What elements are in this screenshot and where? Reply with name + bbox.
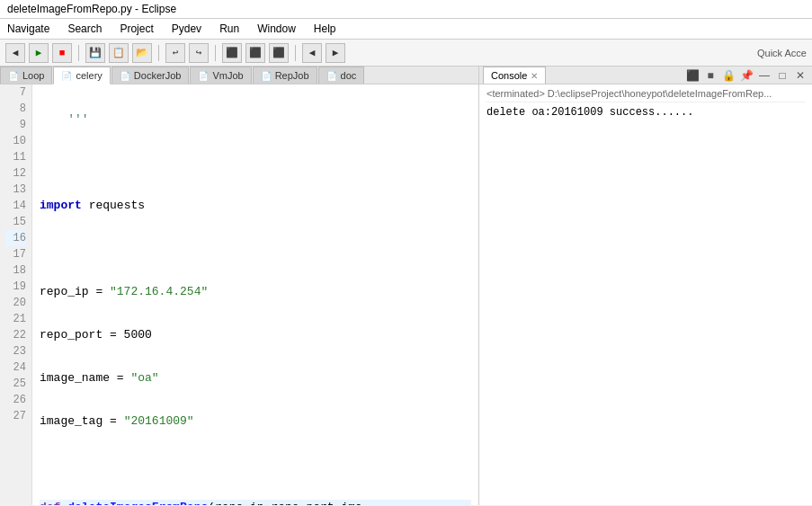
console-tab-label: Console xyxy=(491,70,527,81)
console-close-icon[interactable]: ✕ xyxy=(531,71,538,81)
tab-doc[interactable]: 📄 doc xyxy=(318,67,365,84)
toolbar-sep2 xyxy=(158,45,159,61)
tab-loop-icon: 📄 xyxy=(8,71,19,81)
ln-22: 22 xyxy=(5,327,26,343)
title-bar: deleteImageFromRepo.py - Eclipse xyxy=(0,0,812,19)
console-pin-btn[interactable]: 📌 xyxy=(738,67,754,84)
menu-search[interactable]: Search xyxy=(64,21,105,37)
toolbar-sep4 xyxy=(295,45,296,61)
toolbar-btn7[interactable]: ⬛ xyxy=(245,43,265,63)
ln-25: 25 xyxy=(5,376,26,392)
toolbar-run-btn[interactable]: ▶ xyxy=(29,43,49,63)
tab-vmjob-icon: 📄 xyxy=(198,71,209,81)
tab-repjob-label: RepJob xyxy=(275,70,309,81)
quick-access-label[interactable]: Quick Acce xyxy=(757,48,807,58)
menu-window[interactable]: Window xyxy=(254,21,299,37)
ln-7: 7 xyxy=(5,84,26,101)
code-line-16: def deleteImagesFromRepo(repo_ip,repo_po… xyxy=(40,500,471,505)
ln-18: 18 xyxy=(5,262,26,279)
toolbar-btn9[interactable]: ◀ xyxy=(302,43,322,63)
console-scroll-lock-btn[interactable]: 🔒 xyxy=(720,67,736,84)
editor-tab-bar: 📄 Loop 📄 celery 📄 DockerJob 📄 VmJob 📄 Re… xyxy=(0,67,478,84)
console-close-btn2[interactable]: ✕ xyxy=(792,67,808,84)
console-stop-btn[interactable]: ■ xyxy=(702,67,718,84)
code-area[interactable]: 7 8 9 10 11 12 13 14 15 16 17 18 19 20 2… xyxy=(0,84,478,505)
toolbar-stop-btn[interactable]: ■ xyxy=(52,43,72,63)
code-line-9: import requests xyxy=(40,198,471,214)
tab-dockerjob-icon: 📄 xyxy=(120,71,130,81)
toolbar-btn3[interactable]: 📂 xyxy=(132,43,152,63)
toolbar-btn2[interactable]: 📋 xyxy=(109,43,129,63)
menu-run[interactable]: Run xyxy=(216,21,243,37)
ln-11: 11 xyxy=(5,149,26,165)
toolbar-save-btn[interactable]: 💾 xyxy=(85,43,105,63)
toolbar-btn8[interactable]: ⬛ xyxy=(269,43,289,63)
code-line-11: repo_ip = "172.16.4.254" xyxy=(40,284,471,300)
toolbar-sep3 xyxy=(215,45,216,61)
ln-12: 12 xyxy=(5,165,26,182)
code-line-13: image_name = "oa" xyxy=(40,370,471,386)
console-tab-bar: Console ✕ ⬛ ■ 🔒 📌 — □ ✕ xyxy=(479,67,812,84)
ln-17: 17 xyxy=(5,246,26,262)
tab-vmjob-label: VmJob xyxy=(212,70,243,81)
console-output: delete oa:20161009 success...... xyxy=(486,106,805,119)
toolbar-sep1 xyxy=(78,45,79,61)
tab-celery[interactable]: 📄 celery xyxy=(53,67,110,84)
code-line-7: ''' xyxy=(40,111,471,128)
console-pane: Console ✕ ⬛ ■ 🔒 📌 — □ ✕ <terminated> D:\… xyxy=(479,67,812,505)
editor-pane: 📄 Loop 📄 celery 📄 DockerJob 📄 VmJob 📄 Re… xyxy=(0,67,479,505)
code-line-8 xyxy=(40,155,471,171)
tab-loop-label: Loop xyxy=(22,70,44,81)
code-line-14: image_tag = "20161009" xyxy=(40,413,471,430)
tab-celery-icon: 📄 xyxy=(61,71,72,81)
toolbar-btn10[interactable]: ▶ xyxy=(326,43,345,63)
tab-repjob-icon: 📄 xyxy=(261,71,272,81)
code-line-10 xyxy=(40,241,471,257)
console-minimize-btn[interactable]: — xyxy=(756,67,772,84)
ln-27: 27 xyxy=(5,408,26,424)
console-content: <terminated> D:\eclipseProject\honeypot\… xyxy=(479,84,812,505)
menu-bar: Navigate Search Project Pydev Run Window… xyxy=(0,19,812,40)
ln-9: 9 xyxy=(5,117,26,133)
tab-dockerjob[interactable]: 📄 DockerJob xyxy=(112,67,190,84)
ln-13: 13 xyxy=(5,182,26,198)
ln-26: 26 xyxy=(5,392,26,408)
ln-14: 14 xyxy=(5,198,26,214)
console-tab[interactable]: Console ✕ xyxy=(483,67,546,84)
console-path: <terminated> D:\eclipseProject\honeypot\… xyxy=(486,88,805,102)
ln-24: 24 xyxy=(5,360,26,376)
ln-21: 21 xyxy=(5,311,26,327)
ln-19: 19 xyxy=(5,279,26,295)
tab-dockerjob-label: DockerJob xyxy=(134,70,182,81)
ln-23: 23 xyxy=(5,343,26,360)
menu-navigate[interactable]: Navigate xyxy=(4,21,53,37)
toolbar-btn6[interactable]: ⬛ xyxy=(222,43,242,63)
toolbar-btn5[interactable]: ↪ xyxy=(189,43,209,63)
tab-vmjob[interactable]: 📄 VmJob xyxy=(190,67,251,84)
console-clear-btn[interactable]: ⬛ xyxy=(684,67,700,84)
toolbar: ◀ ▶ ■ 💾 📋 📂 ↩ ↪ ⬛ ⬛ ⬛ ◀ ▶ Quick Acce xyxy=(0,40,812,67)
toolbar-btn4[interactable]: ↩ xyxy=(165,43,185,63)
tab-repjob[interactable]: 📄 RepJob xyxy=(253,67,317,84)
code-content[interactable]: ''' import requests repo_ip = "172.16.4.… xyxy=(32,84,478,505)
main-layout: 📄 Loop 📄 celery 📄 DockerJob 📄 VmJob 📄 Re… xyxy=(0,67,812,505)
ln-10: 10 xyxy=(5,133,26,149)
tab-celery-label: celery xyxy=(76,70,102,81)
menu-help[interactable]: Help xyxy=(310,21,340,37)
console-maximize-btn[interactable]: □ xyxy=(774,67,790,84)
code-line-15 xyxy=(40,457,471,473)
ln-15: 15 xyxy=(5,214,26,230)
menu-project[interactable]: Project xyxy=(116,21,156,37)
ln-16: 16 xyxy=(5,230,26,246)
ln-8: 8 xyxy=(5,101,26,117)
toolbar-back-btn[interactable]: ◀ xyxy=(5,43,25,63)
line-numbers: 7 8 9 10 11 12 13 14 15 16 17 18 19 20 2… xyxy=(0,84,32,505)
console-toolbar: ⬛ ■ 🔒 📌 — □ ✕ xyxy=(684,67,808,84)
menu-pydev[interactable]: Pydev xyxy=(168,21,205,37)
tab-loop[interactable]: 📄 Loop xyxy=(0,67,52,84)
tab-doc-label: doc xyxy=(341,70,357,81)
ln-20: 20 xyxy=(5,295,26,311)
code-line-12: repo_port = 5000 xyxy=(40,327,471,343)
tab-doc-icon: 📄 xyxy=(326,71,337,81)
title-text: deleteImageFromRepo.py - Eclipse xyxy=(7,3,176,15)
